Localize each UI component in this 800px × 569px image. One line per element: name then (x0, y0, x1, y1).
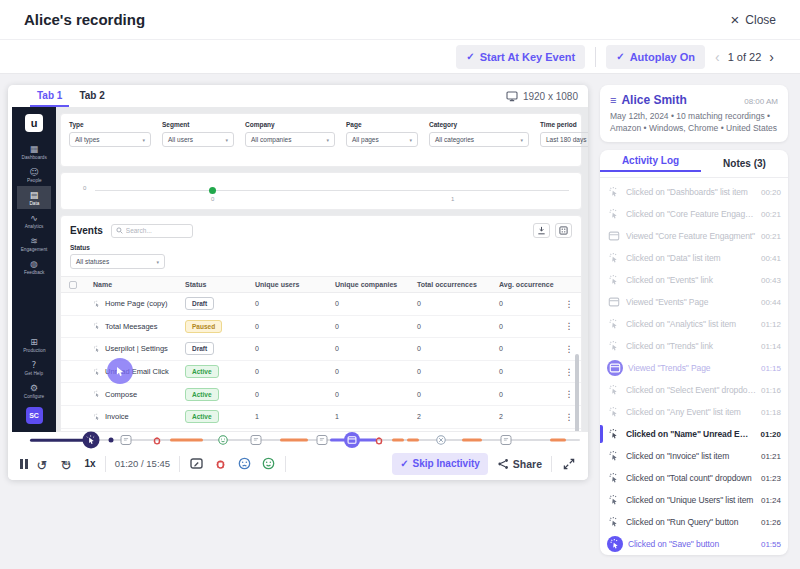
filter-dropdown[interactable]: All companies ▾ (245, 132, 335, 147)
events-table-row[interactable]: Total Meesages Paused 0 0 0 0 ⋮ (61, 316, 581, 339)
timeline-track[interactable] (30, 432, 580, 447)
activity-log-item[interactable]: Clicked on "Save" button 01:55 (600, 533, 788, 555)
bug-marker[interactable] (151, 435, 162, 446)
events-table-row[interactable]: Userpilot | Settings Draft 0 0 0 0 ⋮ (61, 338, 581, 361)
row-menu-button[interactable]: ⋮ (565, 299, 574, 309)
frustration-marker[interactable] (436, 435, 447, 446)
activity-log-item[interactable]: Viewed "Events" Page 00:44 (600, 291, 788, 313)
status-filter-dropdown[interactable]: All statuses ▾ (70, 254, 165, 269)
activity-log-item[interactable]: Clicked on "Run Query" button 01:26 (600, 511, 788, 533)
fullscreen-button[interactable] (561, 456, 576, 471)
filter-dropdown[interactable]: All users ▾ (162, 132, 234, 147)
filter-label: Segment (162, 121, 234, 128)
row-menu-button[interactable]: ⋮ (565, 344, 574, 354)
activity-text: Clicked on "Unique Users" list item (626, 495, 756, 505)
happy-reaction-button[interactable] (261, 456, 276, 471)
app-user-avatar[interactable]: SC (26, 407, 43, 424)
filter-group: Company All companies ▾ (245, 121, 335, 159)
forward-10-button[interactable]: ↻10 (61, 456, 76, 471)
activity-log-item[interactable]: Clicked on "Total count" dropdown 01:23 (600, 467, 788, 489)
app-nav-item[interactable]: ☺ People (17, 163, 51, 186)
activity-log-item[interactable]: Clicked on "Analytics" list item 01:12 (600, 313, 788, 335)
activity-log-item[interactable]: Viewed "Trends" Page 01:15 (600, 357, 788, 379)
search-input[interactable] (126, 227, 186, 234)
events-table-row[interactable]: Home Page (copy) Draft 0 0 0 0 ⋮ (61, 293, 581, 316)
table-scrollbar[interactable] (575, 354, 579, 432)
activity-log-item[interactable]: Clicked on "Any Event" list item 01:18 (600, 401, 788, 423)
row-menu-button[interactable]: ⋮ (565, 412, 574, 422)
filter-dropdown[interactable]: Last 180 days ▾ (540, 132, 588, 147)
app-nav-item[interactable]: ▤ Data (17, 186, 51, 209)
note-marker[interactable] (316, 435, 327, 445)
happy-marker[interactable] (217, 435, 228, 446)
start-at-key-event-toggle[interactable]: ✓ Start At Key Event (456, 45, 585, 69)
app-nav-item[interactable]: ∿ Analytics (17, 209, 51, 232)
tab-activity-log[interactable]: Activity Log (600, 150, 701, 172)
user-name[interactable]: Alice Smith (621, 93, 686, 107)
activity-timestamp: 00:44 (761, 298, 781, 307)
row-menu-button[interactable]: ⋮ (565, 389, 574, 399)
tab-2[interactable]: Tab 2 (69, 85, 114, 107)
chart-data-point[interactable] (209, 187, 216, 194)
click-icon (608, 318, 620, 330)
download-button[interactable] (533, 223, 550, 238)
note-marker[interactable] (500, 435, 511, 445)
chart-y-label: 0 (83, 185, 86, 191)
playhead-marker[interactable] (82, 432, 99, 449)
sad-reaction-button[interactable] (237, 456, 252, 471)
events-search[interactable] (111, 224, 193, 238)
pause-button[interactable] (20, 459, 28, 469)
app-nav-item[interactable]: ≋ Engagement (17, 232, 51, 255)
activity-log-item[interactable]: Clicked on "Dashboards" list item 00:20 (600, 181, 788, 203)
select-all-checkbox[interactable] (69, 281, 77, 289)
report-bug-button[interactable] (213, 456, 228, 471)
app-nav-item[interactable]: ? Get Help (20, 356, 49, 379)
autoplay-toggle[interactable]: ✓ Autoplay On (606, 45, 705, 69)
prev-recording-button[interactable]: ‹ (715, 50, 720, 64)
activity-log-item[interactable]: Clicked on "Trends" link 01:14 (600, 335, 788, 357)
activity-log-item[interactable]: Clicked on "Unique Users" list item 01:2… (600, 489, 788, 511)
unique-users-value: 0 (255, 323, 335, 330)
events-table-row[interactable]: Invoice Active 1 1 2 2 ⋮ (61, 406, 581, 429)
activity-log-item[interactable]: Clicked on "Core Feature Engagem... 00:2… (600, 203, 788, 225)
app-nav-item[interactable]: ▦ Dashboards (17, 140, 51, 163)
activity-log-item[interactable]: Clicked on "Select Event" dropdown 01:16 (600, 379, 788, 401)
chevron-down-icon: ▾ (326, 137, 329, 143)
activity-log-item[interactable]: Clicked on "Invoice" list item 01:21 (600, 445, 788, 467)
event-name: Invoice (105, 412, 129, 421)
app-nav-item[interactable]: ◍ Feedback (17, 255, 51, 278)
tab-1[interactable]: Tab 1 (30, 85, 69, 107)
activity-log-item[interactable]: Clicked on "Data" list item 00:41 (600, 247, 788, 269)
activity-log-item[interactable]: Clicked on "Name" Unread Email C... 01:2… (600, 423, 788, 445)
activity-log-item[interactable]: Viewed "Core Feature Engagment" 00:21 (600, 225, 788, 247)
add-note-button[interactable] (189, 456, 204, 471)
events-table-row[interactable]: Unread Email Click Active 0 0 0 0 ⋮ (61, 361, 581, 384)
app-nav-item[interactable]: ⚙ Configure (20, 379, 49, 402)
event-type-icon (607, 317, 621, 331)
next-recording-button[interactable]: › (769, 50, 774, 64)
share-button[interactable]: Share (497, 458, 542, 470)
note-marker[interactable] (121, 435, 132, 445)
pagination-label: 1 of 22 (728, 51, 762, 63)
events-table-row[interactable]: Compose Active 0 0 0 0 ⋮ (61, 383, 581, 406)
playback-speed-button[interactable]: 1x (85, 458, 96, 469)
filter-dropdown[interactable]: All types ▾ (69, 132, 151, 147)
event-type-icon (607, 273, 621, 287)
close-button[interactable]: × Close (731, 12, 776, 27)
page-view-marker[interactable] (344, 432, 360, 448)
filter-dropdown[interactable]: All pages ▾ (346, 132, 418, 147)
tab-notes[interactable]: Notes (3) (701, 150, 788, 177)
app-nav-item[interactable]: ⊞ Production (20, 333, 49, 356)
note-marker[interactable] (250, 435, 261, 445)
activity-timestamp: 01:16 (761, 386, 781, 395)
rewind-10-button[interactable]: ↺10 (37, 456, 52, 471)
activity-log-item[interactable]: Clicked on "Events" link 00:43 (600, 269, 788, 291)
columns-button[interactable] (555, 223, 572, 238)
filter-dropdown[interactable]: All categories ▾ (429, 132, 529, 147)
row-menu-button[interactable]: ⋮ (565, 321, 574, 331)
skip-inactivity-toggle[interactable]: ✓ Skip Inactivity (392, 453, 488, 475)
event-dot-marker[interactable] (109, 438, 114, 443)
dialog-header: Alice's recording × Close (0, 0, 800, 40)
row-menu-button[interactable]: ⋮ (565, 367, 574, 377)
bug-marker[interactable] (374, 435, 385, 446)
